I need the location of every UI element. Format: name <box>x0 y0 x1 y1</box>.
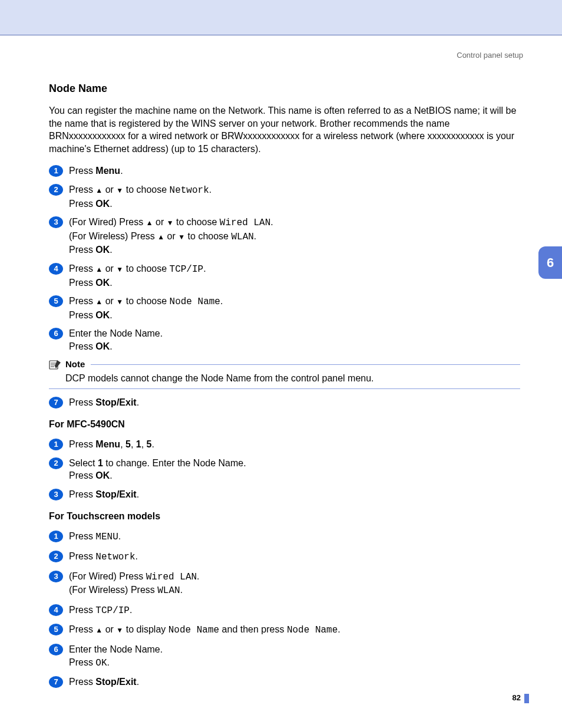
chapter-tab: 6 <box>538 246 562 279</box>
stop-exit-label: Stop/Exit <box>95 489 136 499</box>
step-number-icon: 1 <box>49 165 63 177</box>
note-rule <box>91 364 520 365</box>
text: Press <box>69 605 95 615</box>
step-number-icon: 7 <box>49 397 63 409</box>
text: . <box>110 199 112 209</box>
text: Select <box>69 458 98 468</box>
step-body: Press TCP/IP. <box>69 604 520 618</box>
menu-option: Node Name <box>168 625 219 635</box>
ok-label: OK <box>95 310 110 320</box>
step-number-icon: 6 <box>49 644 63 655</box>
ts-step-3: 3 (For Wired) Press Wired LAN. (For Wire… <box>49 570 520 598</box>
mfc-heading: For MFC-5490CN <box>49 419 520 430</box>
up-arrow-icon: ▲ <box>95 626 103 634</box>
step-3: 3 (For Wired) Press ▲ or ▼ to choose Wir… <box>49 216 520 256</box>
top-band <box>0 0 562 35</box>
text: Press <box>69 470 95 480</box>
menu-option: Node Name <box>287 625 338 635</box>
text: to choose <box>123 296 169 306</box>
step-body: Enter the Node Name. Press OK. <box>69 643 520 670</box>
text: . <box>137 489 139 499</box>
mfc-step-2: 2 Select 1 to change. Enter the Node Nam… <box>49 457 520 482</box>
down-arrow-icon: ▼ <box>116 265 123 274</box>
key-label: 5 <box>125 439 131 449</box>
step-number-icon: 5 <box>49 295 63 307</box>
text: Press <box>69 263 95 274</box>
text: Enter the Node Name. <box>69 328 163 338</box>
text: to change. Enter the Node Name. <box>103 458 246 468</box>
menu-option: TCP/IP <box>170 264 204 275</box>
text: . <box>110 470 112 480</box>
text: or <box>103 296 116 306</box>
step-body: (For Wired) Press ▲ or ▼ to choose Wired… <box>69 216 520 256</box>
text: . <box>118 531 121 541</box>
menu-option: Network <box>170 185 209 196</box>
text: . <box>135 551 138 561</box>
step-body: Enter the Node Name. Press OK. <box>69 327 520 353</box>
step-1: 1 Press Menu. <box>49 164 520 177</box>
intro-paragraph: You can register the machine name on the… <box>49 104 520 155</box>
down-arrow-icon: ▼ <box>167 219 174 227</box>
step-body: Press Network. <box>69 550 520 564</box>
mfc-step-1: 1 Press Menu, 5, 1, 5. <box>49 438 520 451</box>
text: Press <box>69 624 95 634</box>
menu-option: Wired LAN <box>220 218 270 228</box>
ok-label: OK <box>95 470 110 480</box>
ts-step-4: 4 Press TCP/IP. <box>49 604 520 618</box>
step-number-icon: 4 <box>49 263 63 275</box>
menu-option: Node Name <box>170 297 220 307</box>
down-arrow-icon: ▼ <box>116 298 123 306</box>
text: . <box>152 439 154 449</box>
text: Press <box>69 657 95 667</box>
step-6: 6 Enter the Node Name. Press OK. <box>49 327 520 353</box>
running-header: Control panel setup <box>457 51 523 60</box>
text: . <box>137 397 139 407</box>
up-arrow-icon: ▲ <box>95 265 103 274</box>
text: . <box>203 263 206 274</box>
step-7: 7 Press Stop/Exit. <box>49 396 520 409</box>
text: . <box>270 217 273 227</box>
text: Press <box>69 199 95 209</box>
text: to display <box>123 624 168 634</box>
down-arrow-icon: ▼ <box>178 233 185 241</box>
ts-step-2: 2 Press Network. <box>49 550 520 564</box>
step-number-icon: 5 <box>49 624 63 635</box>
step-body: Press Stop/Exit. <box>69 396 520 409</box>
text: . <box>180 585 183 595</box>
step-number-icon: 2 <box>49 457 63 469</box>
step-body: Press Menu, 5, 1, 5. <box>69 438 520 451</box>
up-arrow-icon: ▲ <box>157 233 164 241</box>
ok-label: OK <box>95 341 110 351</box>
step-number-icon: 4 <box>49 604 63 616</box>
text: (For Wireless) Press <box>69 585 157 595</box>
text: Press <box>69 551 95 561</box>
text: (For Wireless) Press <box>69 231 157 241</box>
mfc-step-3: 3 Press Stop/Exit. <box>49 488 520 501</box>
ts-step-6: 6 Enter the Node Name. Press OK. <box>49 643 520 670</box>
key-label: 1 <box>136 439 141 449</box>
text: or <box>103 185 116 195</box>
text: and then press <box>219 624 287 634</box>
key-label: 5 <box>147 439 152 449</box>
text: to choose <box>123 185 169 195</box>
menu-label: Menu <box>95 439 120 449</box>
ts-step-5: 5 Press ▲ or ▼ to display Node Name and … <box>49 623 520 637</box>
text: to choose <box>123 263 169 274</box>
key-label: 1 <box>98 458 103 468</box>
text: . <box>220 296 223 306</box>
stop-exit-label: Stop/Exit <box>95 397 136 407</box>
text: Press <box>69 166 95 176</box>
section-title: Node Name <box>49 83 520 95</box>
menu-option: WLAN <box>157 585 180 596</box>
text: , <box>120 439 125 449</box>
step-body: Press Stop/Exit. <box>69 676 520 689</box>
ts-step-7: 7 Press Stop/Exit. <box>49 676 520 689</box>
text: . <box>338 624 340 634</box>
step-body: (For Wired) Press Wired LAN. (For Wirele… <box>69 570 520 598</box>
text: or <box>153 217 167 227</box>
text: . <box>107 657 110 667</box>
step-body: Press Menu. <box>69 164 520 177</box>
page-number: 82 <box>513 693 521 702</box>
step-number-icon: 1 <box>49 439 63 450</box>
main-content: Node Name You can register the machine n… <box>49 83 520 694</box>
